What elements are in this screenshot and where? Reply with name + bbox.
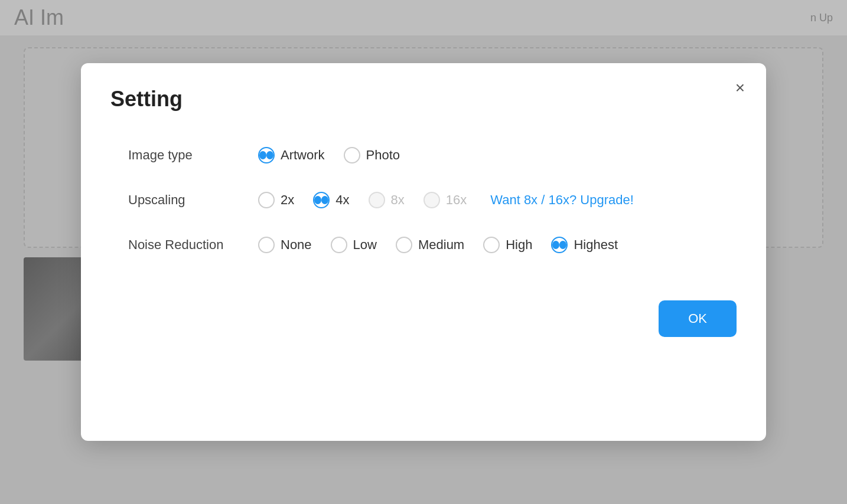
radio-medium[interactable]: Medium (396, 237, 464, 253)
image-type-options: Artwork Photo (258, 147, 400, 163)
radio-none-label: None (281, 237, 312, 253)
radio-photo-label: Photo (366, 148, 400, 163)
modal-overlay: Setting × Image type Artwork Photo (0, 0, 847, 504)
radio-high-circle (483, 237, 500, 253)
upgrade-link[interactable]: Want 8x / 16x? Upgrade! (490, 192, 634, 208)
radio-high[interactable]: High (483, 237, 532, 253)
radio-photo-circle (344, 147, 360, 163)
radio-high-label: High (506, 237, 532, 253)
modal-footer: OK (110, 300, 737, 337)
radio-highest-circle (551, 237, 568, 253)
upscaling-row: Upscaling 2x 4x 8x (128, 192, 737, 208)
radio-highest-label: Highest (574, 237, 618, 253)
image-type-row: Image type Artwork Photo (128, 147, 737, 163)
radio-none-circle (258, 237, 275, 253)
radio-16x[interactable]: 16x (423, 192, 467, 208)
radio-none[interactable]: None (258, 237, 312, 253)
radio-medium-circle (396, 237, 412, 253)
upscaling-options: 2x 4x 8x 16x Want 8x / 16x? Upgrade! (258, 192, 634, 208)
radio-low-circle (331, 237, 347, 253)
radio-16x-circle (423, 192, 440, 208)
modal-title: Setting (110, 87, 737, 112)
ok-button[interactable]: OK (659, 300, 737, 337)
radio-2x-label: 2x (281, 192, 294, 208)
radio-4x-label: 4x (335, 192, 349, 208)
radio-artwork[interactable]: Artwork (258, 147, 325, 163)
radio-8x[interactable]: 8x (369, 192, 405, 208)
settings-modal: Setting × Image type Artwork Photo (81, 63, 766, 441)
radio-low-label: Low (353, 237, 377, 253)
upscaling-label: Upscaling (128, 192, 258, 208)
radio-4x[interactable]: 4x (313, 192, 349, 208)
radio-highest[interactable]: Highest (551, 237, 618, 253)
radio-photo[interactable]: Photo (344, 147, 400, 163)
close-button[interactable]: × (735, 80, 745, 96)
radio-artwork-label: Artwork (281, 148, 325, 163)
radio-4x-circle (313, 192, 330, 208)
radio-2x[interactable]: 2x (258, 192, 294, 208)
radio-artwork-circle (258, 147, 275, 163)
radio-medium-label: Medium (418, 237, 464, 253)
noise-reduction-row: Noise Reduction None Low Medium (128, 237, 737, 253)
radio-2x-circle (258, 192, 275, 208)
radio-low[interactable]: Low (331, 237, 377, 253)
radio-8x-label: 8x (391, 192, 405, 208)
radio-16x-label: 16x (446, 192, 467, 208)
settings-area: Image type Artwork Photo Upscaling (110, 147, 737, 253)
radio-8x-circle (369, 192, 385, 208)
image-type-label: Image type (128, 148, 258, 163)
noise-reduction-options: None Low Medium High (258, 237, 618, 253)
noise-reduction-label: Noise Reduction (128, 237, 258, 253)
